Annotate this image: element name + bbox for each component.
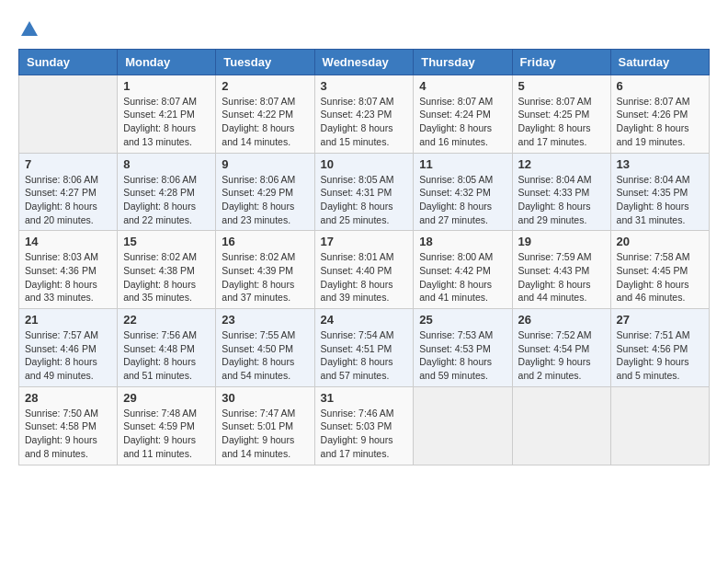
day-number: 17 [321, 235, 408, 248]
day-number: 11 [419, 157, 506, 171]
calendar-cell: 11Sunrise: 8:05 AMSunset: 4:32 PMDayligh… [414, 153, 512, 231]
day-header-tuesday: Tuesday [216, 49, 314, 75]
calendar-cell: 4Sunrise: 8:07 AMSunset: 4:24 PMDaylight… [414, 75, 512, 153]
day-number: 21 [25, 313, 111, 327]
calendar-cell: 17Sunrise: 8:01 AMSunset: 4:40 PMDayligh… [314, 231, 414, 309]
day-number: 18 [419, 235, 506, 248]
day-info: Sunrise: 7:55 AMSunset: 4:50 PMDaylight:… [222, 328, 308, 383]
day-info: Sunrise: 7:59 AMSunset: 4:43 PMDaylight:… [518, 250, 605, 304]
day-number: 16 [222, 235, 308, 248]
day-number: 26 [518, 313, 605, 327]
calendar-cell: 15Sunrise: 8:02 AMSunset: 4:38 PMDayligh… [118, 231, 216, 309]
calendar-cell: 23Sunrise: 7:55 AMSunset: 4:50 PMDayligh… [216, 309, 314, 387]
day-info: Sunrise: 8:06 AMSunset: 4:28 PMDaylight:… [123, 173, 210, 227]
day-number: 15 [123, 235, 210, 248]
day-info: Sunrise: 8:02 AMSunset: 4:39 PMDaylight:… [222, 250, 308, 304]
day-info: Sunrise: 8:05 AMSunset: 4:32 PMDaylight:… [419, 173, 506, 227]
day-info: Sunrise: 7:53 AMSunset: 4:53 PMDaylight:… [419, 328, 506, 383]
calendar-cell: 5Sunrise: 8:07 AMSunset: 4:25 PMDaylight… [512, 75, 610, 153]
day-info: Sunrise: 7:58 AMSunset: 4:45 PMDaylight:… [617, 250, 703, 304]
day-info: Sunrise: 8:04 AMSunset: 4:35 PMDaylight:… [617, 173, 703, 227]
day-info: Sunrise: 7:57 AMSunset: 4:46 PMDaylight:… [25, 328, 111, 383]
day-info: Sunrise: 7:51 AMSunset: 4:56 PMDaylight:… [617, 328, 703, 383]
calendar-cell [414, 386, 512, 465]
day-number: 23 [222, 313, 308, 327]
calendar-cell: 22Sunrise: 7:56 AMSunset: 4:48 PMDayligh… [118, 309, 216, 387]
day-number: 10 [321, 157, 408, 171]
calendar-cell: 27Sunrise: 7:51 AMSunset: 4:56 PMDayligh… [610, 309, 709, 387]
day-header-thursday: Thursday [414, 49, 512, 75]
calendar-cell: 20Sunrise: 7:58 AMSunset: 4:45 PMDayligh… [610, 231, 709, 309]
calendar-cell: 30Sunrise: 7:47 AMSunset: 5:01 PMDayligh… [216, 386, 314, 465]
calendar-cell: 19Sunrise: 7:59 AMSunset: 4:43 PMDayligh… [512, 231, 610, 309]
day-info: Sunrise: 8:01 AMSunset: 4:40 PMDaylight:… [321, 250, 408, 304]
day-info: Sunrise: 8:00 AMSunset: 4:42 PMDaylight:… [419, 250, 506, 304]
logo-text [18, 18, 40, 40]
day-info: Sunrise: 8:07 AMSunset: 4:23 PMDaylight:… [321, 95, 408, 149]
day-info: Sunrise: 8:06 AMSunset: 4:29 PMDaylight:… [222, 173, 308, 227]
calendar-cell: 8Sunrise: 8:06 AMSunset: 4:28 PMDaylight… [118, 153, 216, 231]
day-number: 7 [25, 157, 111, 171]
day-info: Sunrise: 7:50 AMSunset: 4:58 PMDaylight:… [25, 407, 111, 461]
day-info: Sunrise: 7:56 AMSunset: 4:48 PMDaylight:… [123, 328, 210, 383]
day-number: 1 [123, 79, 210, 93]
day-number: 2 [222, 79, 308, 93]
calendar-cell: 28Sunrise: 7:50 AMSunset: 4:58 PMDayligh… [19, 386, 118, 465]
calendar-cell: 31Sunrise: 7:46 AMSunset: 5:03 PMDayligh… [314, 386, 414, 465]
calendar-cell: 24Sunrise: 7:54 AMSunset: 4:51 PMDayligh… [314, 309, 414, 387]
calendar-cell: 10Sunrise: 8:05 AMSunset: 4:31 PMDayligh… [314, 153, 414, 231]
day-number: 29 [123, 391, 210, 405]
day-number: 31 [321, 391, 408, 405]
day-number: 27 [617, 313, 703, 327]
calendar-cell: 13Sunrise: 8:04 AMSunset: 4:35 PMDayligh… [610, 153, 709, 231]
day-number: 19 [518, 235, 605, 248]
day-number: 25 [419, 313, 506, 327]
day-header-wednesday: Wednesday [314, 49, 414, 75]
day-number: 14 [25, 235, 111, 248]
day-info: Sunrise: 7:46 AMSunset: 5:03 PMDaylight:… [321, 407, 408, 461]
calendar-cell: 6Sunrise: 8:07 AMSunset: 4:26 PMDaylight… [610, 75, 709, 153]
calendar-cell: 9Sunrise: 8:06 AMSunset: 4:29 PMDaylight… [216, 153, 314, 231]
calendar-cell: 14Sunrise: 8:03 AMSunset: 4:36 PMDayligh… [19, 231, 118, 309]
day-info: Sunrise: 8:07 AMSunset: 4:21 PMDaylight:… [123, 95, 210, 149]
day-info: Sunrise: 7:54 AMSunset: 4:51 PMDaylight:… [321, 328, 408, 383]
day-info: Sunrise: 8:07 AMSunset: 4:25 PMDaylight:… [518, 95, 605, 149]
calendar-cell: 1Sunrise: 8:07 AMSunset: 4:21 PMDaylight… [118, 75, 216, 153]
calendar-cell: 26Sunrise: 7:52 AMSunset: 4:54 PMDayligh… [512, 309, 610, 387]
calendar-cell: 3Sunrise: 8:07 AMSunset: 4:23 PMDaylight… [314, 75, 414, 153]
day-info: Sunrise: 8:03 AMSunset: 4:36 PMDaylight:… [25, 250, 111, 304]
calendar-cell: 21Sunrise: 7:57 AMSunset: 4:46 PMDayligh… [19, 309, 118, 387]
calendar-cell [610, 386, 709, 465]
day-number: 20 [617, 235, 703, 248]
day-header-sunday: Sunday [19, 49, 118, 75]
day-info: Sunrise: 8:07 AMSunset: 4:22 PMDaylight:… [222, 95, 308, 149]
day-number: 5 [518, 79, 605, 93]
calendar-cell [19, 75, 118, 153]
calendar-cell: 7Sunrise: 8:06 AMSunset: 4:27 PMDaylight… [19, 153, 118, 231]
day-number: 28 [25, 391, 111, 405]
day-info: Sunrise: 7:48 AMSunset: 4:59 PMDaylight:… [123, 407, 210, 461]
calendar-cell: 29Sunrise: 7:48 AMSunset: 4:59 PMDayligh… [118, 386, 216, 465]
day-info: Sunrise: 8:07 AMSunset: 4:24 PMDaylight:… [419, 95, 506, 149]
calendar-week-5: 28Sunrise: 7:50 AMSunset: 4:58 PMDayligh… [19, 386, 710, 465]
day-number: 3 [321, 79, 408, 93]
calendar-week-2: 7Sunrise: 8:06 AMSunset: 4:27 PMDaylight… [19, 153, 710, 231]
day-info: Sunrise: 7:47 AMSunset: 5:01 PMDaylight:… [222, 407, 308, 461]
calendar-week-1: 1Sunrise: 8:07 AMSunset: 4:21 PMDaylight… [19, 75, 710, 153]
calendar-cell: 18Sunrise: 8:00 AMSunset: 4:42 PMDayligh… [414, 231, 512, 309]
header-row: SundayMondayTuesdayWednesdayThursdayFrid… [19, 49, 710, 75]
calendar-table: SundayMondayTuesdayWednesdayThursdayFrid… [18, 49, 710, 465]
calendar-cell [512, 386, 610, 465]
calendar-week-3: 14Sunrise: 8:03 AMSunset: 4:36 PMDayligh… [19, 231, 710, 309]
day-number: 22 [123, 313, 210, 327]
day-number: 6 [617, 79, 703, 93]
day-info: Sunrise: 8:05 AMSunset: 4:31 PMDaylight:… [321, 173, 408, 227]
day-info: Sunrise: 8:04 AMSunset: 4:33 PMDaylight:… [518, 173, 605, 227]
logo [18, 18, 40, 40]
day-info: Sunrise: 8:02 AMSunset: 4:38 PMDaylight:… [123, 250, 210, 304]
day-header-friday: Friday [512, 49, 610, 75]
calendar-cell: 25Sunrise: 7:53 AMSunset: 4:53 PMDayligh… [414, 309, 512, 387]
day-number: 24 [321, 313, 408, 327]
day-number: 13 [617, 157, 703, 171]
day-info: Sunrise: 8:06 AMSunset: 4:27 PMDaylight:… [25, 173, 111, 227]
